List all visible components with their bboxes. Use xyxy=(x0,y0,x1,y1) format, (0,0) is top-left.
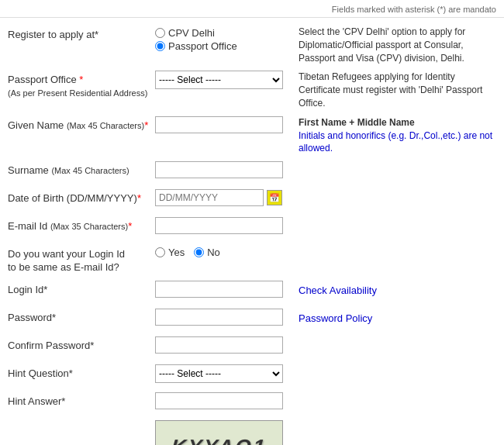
captcha-image: KYYAQ1 xyxy=(155,420,283,445)
form-container: Register to apply at* CPV Delhi Passport… xyxy=(0,18,504,445)
check-availability-link[interactable]: Check Availability xyxy=(299,285,377,296)
surname-label: Surname (Max 45 Characters) xyxy=(8,161,155,178)
hint-answer-label: Hint Answer* xyxy=(8,392,155,409)
cpv-radio[interactable] xyxy=(155,28,165,38)
email-input[interactable] xyxy=(155,217,283,234)
login-id-input-col xyxy=(155,281,291,298)
hint-question-input-col: ----- Select ----- xyxy=(155,364,291,383)
register-apply-label: Register to apply at* xyxy=(8,26,155,42)
login-id-row: Login Id* Check Availability xyxy=(8,281,496,302)
email-row: E-mail Id (Max 35 Characters)* xyxy=(8,217,496,239)
register-apply-row: Register to apply at* CPV Delhi Passport… xyxy=(8,26,496,64)
password-label: Password* xyxy=(8,309,155,325)
confirm-password-input[interactable] xyxy=(155,336,283,354)
login-same-row: Do you want your Login Id to be same as … xyxy=(8,245,496,274)
no-option[interactable]: No xyxy=(194,247,220,258)
confirm-password-input-col xyxy=(155,336,291,354)
passport-office-row: Passport Office * (As per Present Reside… xyxy=(8,71,496,109)
hint-question-row: Hint Question* ----- Select ----- xyxy=(8,364,496,386)
password-row: Password* Password Policy xyxy=(8,309,496,330)
password-input-col xyxy=(155,309,291,326)
confirm-password-label: Confirm Password* xyxy=(8,336,155,353)
hint-answer-input-col xyxy=(155,392,291,409)
passport-office-select[interactable]: ----- Select ----- xyxy=(155,71,283,89)
cpv-delhi-option[interactable]: CPV Delhi xyxy=(155,27,291,39)
cpv-info: Select the 'CPV Delhi' option to apply f… xyxy=(291,26,496,64)
captcha-image-col: KYYAQ1 Change the picture displayed xyxy=(155,420,291,445)
login-same-label: Do you want your Login Id to be same as … xyxy=(8,245,155,274)
given-name-label: Given Name (Max 45 Characters)* xyxy=(8,116,155,133)
given-name-info: First Name + Middle Name Initials and ho… xyxy=(291,116,496,155)
surname-input-col xyxy=(155,161,291,178)
login-id-input[interactable] xyxy=(155,281,283,298)
dob-input-col: 📅 xyxy=(155,189,291,206)
login-same-input-col: Yes No xyxy=(155,245,291,258)
top-note: Fields marked with asterisk (*) are mand… xyxy=(0,0,504,18)
email-input-col xyxy=(155,217,291,234)
no-radio[interactable] xyxy=(194,247,204,257)
email-label: E-mail Id (Max 35 Characters)* xyxy=(8,217,155,233)
passport-office-option[interactable]: Passport Office xyxy=(155,40,291,52)
calendar-icon[interactable]: 📅 xyxy=(267,190,282,205)
dob-input[interactable] xyxy=(155,189,264,206)
given-name-input-col xyxy=(155,116,291,133)
surname-row: Surname (Max 45 Characters) xyxy=(8,161,496,183)
passport-office-label: Passport Office * (As per Present Reside… xyxy=(8,71,155,100)
dob-label: Date of Birth (DD/MM/YYYY)* xyxy=(8,189,155,205)
password-policy-link[interactable]: Password Policy xyxy=(299,312,372,324)
passport-radio[interactable] xyxy=(155,41,165,51)
confirm-password-row: Confirm Password* xyxy=(8,336,496,358)
surname-input[interactable] xyxy=(155,161,283,178)
yes-no-group: Yes No xyxy=(155,245,291,258)
yes-option[interactable]: Yes xyxy=(155,247,185,258)
passport-office-info: Tibetan Refugees applying for Identity C… xyxy=(291,71,496,109)
captcha-row: KYYAQ1 Change the picture displayed xyxy=(8,420,496,445)
hint-answer-row: Hint Answer* xyxy=(8,392,496,414)
login-id-label: Login Id* xyxy=(8,281,155,297)
register-apply-input-col: CPV Delhi Passport Office xyxy=(155,26,291,52)
dob-row: Date of Birth (DD/MM/YYYY)* 📅 xyxy=(8,189,496,211)
hint-question-select[interactable]: ----- Select ----- xyxy=(155,364,283,383)
yes-radio[interactable] xyxy=(155,247,165,257)
given-name-input[interactable] xyxy=(155,116,283,133)
password-input[interactable] xyxy=(155,309,283,326)
register-radio-group: CPV Delhi Passport Office xyxy=(155,26,291,52)
passport-office-input-col: ----- Select ----- xyxy=(155,71,291,89)
hint-question-label: Hint Question* xyxy=(8,364,155,381)
given-name-row: Given Name (Max 45 Characters)* First Na… xyxy=(8,116,496,155)
hint-answer-input[interactable] xyxy=(155,392,283,409)
